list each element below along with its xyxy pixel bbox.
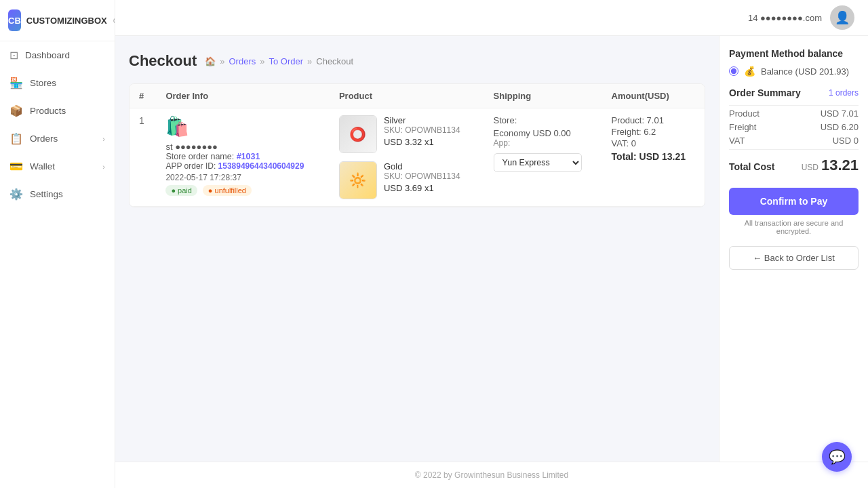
footer: © 2022 by Growinthesun Business Limited (115, 462, 868, 488)
confirm-section: Confirm to Pay All transaction are secur… (729, 185, 859, 235)
total-value: 13.21 (821, 157, 859, 174)
topbar: 14 ●●●●●●●●.com 👤 (115, 0, 868, 36)
sidebar-item-label-products: Products (30, 106, 66, 116)
total-currency: USD (802, 163, 818, 172)
balance-icon: 💰 (744, 66, 755, 77)
summary-vat-label: VAT (729, 136, 745, 146)
topbar-email: 14 ●●●●●●●●.com (748, 13, 822, 23)
col-num: # (130, 84, 156, 108)
col-product: Product (330, 84, 484, 108)
stores-nav-icon: 🏪 (9, 77, 23, 89)
sidebar-nav: ⊡ Dashboard 🏪 Stores 📦 Products 📋 Orders… (0, 41, 115, 208)
summary-vat-value: USD 0 (833, 136, 859, 146)
orders-count: 1 orders (829, 88, 859, 98)
user-avatar[interactable]: 👤 (830, 5, 854, 30)
payment-method-row[interactable]: 💰 Balance (USD 201.93) (729, 66, 859, 77)
product-thumbnail: 🔆 (339, 161, 377, 199)
breadcrumb-to-order[interactable]: To Order (269, 56, 303, 66)
total-cost-label: Total Cost (729, 161, 774, 172)
app-order-id: APP order ID: 1538949644340604929 (165, 161, 319, 171)
sidebar-item-label-settings: Settings (30, 189, 63, 199)
breadcrumb-home[interactable]: 🏠 (205, 56, 216, 66)
summary-product-value: USD 7.01 (821, 108, 859, 119)
sidebar-item-settings[interactable]: ⚙️ Settings (0, 180, 115, 208)
order-number: 1 (139, 115, 144, 126)
breadcrumb-sep-2: » (260, 56, 264, 66)
back-to-order-list-button[interactable]: ← Back to Order List (729, 246, 859, 270)
summary-freight-label: Freight (729, 122, 756, 132)
breadcrumb-current: Checkout (316, 56, 353, 66)
store-id-masked: st ●●●●●●●● (165, 142, 319, 152)
page-body: Checkout 🏠 » Orders » To Order » Checkou… (115, 36, 719, 462)
product-details: Silver SKU: OPOWNB1134 USD 3.32 x1 (384, 115, 460, 147)
amount-cell: Product: 7.01 Freight: 6.2 VAT: 0 Total:… (602, 108, 705, 207)
col-amount: Amount(USD) (602, 84, 705, 108)
breadcrumb-orders[interactable]: Orders (229, 56, 256, 66)
product-price: USD 3.69 x1 (384, 183, 460, 193)
main-area: 14 ●●●●●●●●.com 👤 Checkout 🏠 » Orders » … (115, 0, 868, 488)
brand-name: CUSTOMIZINGBOX (26, 16, 107, 26)
product-name: Silver (384, 115, 460, 125)
product-item: ⭕ Silver SKU: OPOWNB1134 USD 3.32 x1 (339, 115, 475, 153)
product-details: Gold SKU: OPOWNB1134 USD 3.69 x1 (384, 161, 460, 193)
sidebar-item-orders[interactable]: 📋 Orders › (0, 125, 115, 152)
chat-icon: 💬 (829, 449, 846, 465)
wallet-nav-icon: 💳 (9, 160, 23, 173)
product-sku: SKU: OPOWNB1134 (384, 171, 460, 181)
secure-text: All transaction are secure and encrypted… (729, 219, 859, 235)
summary-product-label: Product (729, 108, 760, 119)
balance-label: Balance (USD 201.93) (761, 66, 849, 77)
summary-vat-row: VAT USD 0 (729, 136, 859, 146)
products-cell: ⭕ Silver SKU: OPOWNB1134 USD 3.32 x1 🔆 G… (330, 108, 484, 207)
product-sku: SKU: OPOWNB1134 (384, 125, 460, 135)
sidebar-item-label-wallet: Wallet (30, 161, 55, 171)
summary-product-row: Product USD 7.01 (729, 108, 859, 119)
app-order-id-value: 1538949644340604929 (218, 161, 304, 171)
order-summary-section: Order Summary 1 orders Product USD 7.01 … (729, 87, 859, 174)
product-thumbnail: ⭕ (339, 115, 377, 153)
store-platform-icon: 🛍️ (165, 115, 319, 138)
orders-nav-icon: 📋 (9, 132, 23, 145)
sidebar-logo: CB CUSTOMIZINGBOX ⊙ (0, 0, 115, 41)
order-summary-title: Order Summary (729, 87, 801, 98)
sidebar-item-stores[interactable]: 🏪 Stores (0, 69, 115, 97)
chat-button[interactable]: 💬 (822, 442, 852, 472)
shipping-cell: Store: Economy USD 0.00 App: Yun Express (484, 108, 602, 207)
product-price: USD 3.32 x1 (384, 137, 460, 147)
settings-nav-icon: ⚙️ (9, 188, 23, 201)
summary-total-row: Total Cost USD 13.21 (729, 157, 859, 174)
total-cost-value: USD 13.21 (802, 157, 859, 174)
shipping-store-label: Store: (494, 115, 593, 125)
page-header: Checkout 🏠 » Orders » To Order » Checkou… (129, 52, 705, 70)
store-order-name: Store order name: #1031 (165, 152, 319, 161)
sidebar-item-label-orders: Orders (30, 134, 58, 144)
order-card: # Order Info Product Shipping Amount(USD… (129, 83, 705, 207)
product-image-gold: 🔆 (340, 162, 376, 199)
page-title: Checkout (129, 52, 197, 70)
col-order-info: Order Info (156, 84, 329, 108)
shipping-app-label: App: (494, 138, 593, 148)
products-nav-icon: 📦 (9, 104, 23, 117)
chevron-icon-orders: › (102, 135, 105, 143)
col-shipping: Shipping (484, 84, 602, 108)
chevron-icon-wallet: › (102, 163, 105, 171)
payment-method-title: Payment Method balance (729, 48, 859, 59)
carrier-select[interactable]: Yun Express (494, 153, 582, 172)
sidebar-item-dashboard[interactable]: ⊡ Dashboard (0, 41, 115, 69)
order-table: # Order Info Product Shipping Amount(USD… (130, 84, 705, 207)
breadcrumb-sep-3: » (307, 56, 312, 66)
table-row: 1 🛍️ st ●●●●●●●● Store order name: #1031… (130, 108, 705, 207)
badge-unfulfilled: ● unfulfilled (203, 185, 252, 196)
sidebar-item-products[interactable]: 📦 Products (0, 97, 115, 125)
payment-radio[interactable] (729, 66, 738, 76)
amount-vat: VAT: 0 (612, 138, 695, 148)
payment-method-section: Payment Method balance 💰 Balance (USD 20… (729, 48, 859, 77)
badge-paid: ● paid (165, 185, 197, 196)
content-area: Checkout 🏠 » Orders » To Order » Checkou… (115, 36, 868, 462)
dashboard-nav-icon: ⊡ (9, 49, 18, 62)
order-name-value: #1031 (237, 152, 260, 161)
sidebar-item-wallet[interactable]: 💳 Wallet › (0, 152, 115, 180)
logo-icon: CB (8, 9, 21, 31)
confirm-to-pay-button[interactable]: Confirm to Pay (729, 188, 859, 215)
product-item: 🔆 Gold SKU: OPOWNB1134 USD 3.69 x1 (339, 161, 475, 199)
